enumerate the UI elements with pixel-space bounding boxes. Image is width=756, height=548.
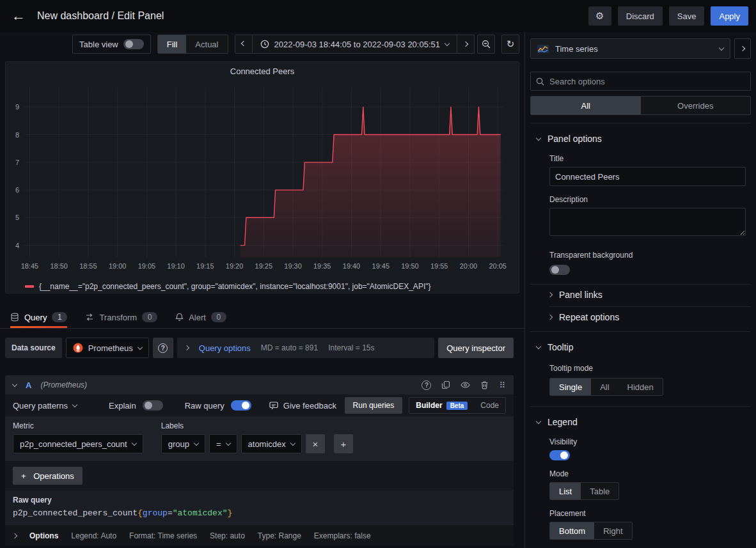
panel-options-title: Panel options [547, 134, 602, 144]
panel-title-input[interactable] [549, 167, 746, 186]
tooltip-hidden-option[interactable]: Hidden [618, 379, 663, 395]
legend-placement-bottom[interactable]: Bottom [550, 522, 594, 539]
tab-alert[interactable]: Alert 0 [175, 306, 226, 328]
refresh-button[interactable]: ↻ [501, 35, 519, 54]
svg-text:7: 7 [15, 159, 19, 166]
time-back-button[interactable] [235, 35, 253, 54]
time-range-picker[interactable]: 2022-09-03 18:44:05 to 2022-09-03 20:05:… [253, 35, 457, 54]
transparent-bg-toggle[interactable] [549, 265, 570, 275]
svg-text:4: 4 [15, 242, 19, 249]
tab-query-count: 1 [52, 312, 67, 322]
legend-swatch[interactable] [25, 285, 34, 288]
tooltip-single-option[interactable]: Single [550, 379, 591, 395]
query-a-header[interactable]: A (Prometheus) ? ⠿ [5, 375, 514, 395]
query-ref-id: A [26, 380, 31, 390]
metric-field: Metric p2p_connected_peers_count [13, 421, 143, 453]
discard-button[interactable]: Discard [618, 6, 663, 26]
tab-query[interactable]: Query 1 [10, 306, 67, 328]
apply-button[interactable]: Apply [711, 6, 748, 26]
labels-label: Labels [161, 421, 353, 430]
back-button[interactable]: ← [8, 8, 29, 24]
description-textarea[interactable] [549, 208, 746, 236]
transparent-bg-label: Transparent background [549, 251, 746, 260]
search-options-input[interactable] [549, 77, 745, 86]
help-icon[interactable]: ? [421, 380, 431, 390]
add-label-button[interactable]: + [334, 434, 353, 453]
tab-alert-count: 0 [211, 312, 226, 322]
remove-label-button[interactable]: × [306, 434, 325, 453]
options-search [530, 72, 751, 91]
raw-query-toggle[interactable] [231, 400, 251, 411]
svg-text:19:00: 19:00 [109, 262, 126, 270]
filter-overrides-option[interactable]: Overrides [641, 97, 751, 114]
svg-text:19:55: 19:55 [430, 262, 448, 270]
query-options-label[interactable]: Query options [199, 343, 251, 353]
metric-select[interactable]: p2p_connected_peers_count [13, 434, 143, 453]
chevron-down-icon [72, 402, 77, 407]
labels-field: Labels group = atomicdex [161, 421, 353, 453]
datasource-select[interactable]: Prometheus [66, 338, 149, 358]
fill-option[interactable]: Fill [158, 35, 187, 53]
query-options-row[interactable]: Options Legend: Auto Format: Time series… [5, 524, 514, 546]
chart-svg[interactable]: 45678918:4518:5018:5519:0019:0519:1019:1… [6, 81, 519, 280]
svg-text:9: 9 [15, 103, 19, 111]
label-key-select[interactable]: group [161, 434, 205, 453]
panel-settings-button[interactable]: ⚙ [588, 6, 611, 26]
legend-placement-right[interactable]: Right [594, 522, 631, 539]
duplicate-icon[interactable] [441, 380, 450, 389]
repeat-options-title: Repeat options [559, 312, 619, 322]
collapse-options-button[interactable] [734, 38, 751, 59]
datasource-help-button[interactable]: ? [153, 338, 173, 358]
tab-transform[interactable]: Transform 0 [85, 306, 157, 328]
query-patterns-label: Query patterns [13, 401, 68, 411]
page-title: New dashboard / Edit Panel [37, 10, 164, 22]
trash-icon[interactable] [480, 380, 489, 389]
chevron-right-icon [463, 42, 468, 47]
repeat-options-header[interactable]: Repeat options [530, 312, 751, 322]
query-inspector-button[interactable]: Query inspector [438, 338, 514, 358]
metric-label: Metric [13, 421, 143, 430]
zoom-out-button[interactable] [477, 35, 495, 54]
filter-all-option[interactable]: All [531, 97, 641, 114]
legend-header[interactable]: Legend [530, 417, 751, 427]
query-editor-card: A (Prometheus) ? ⠿ Query patterns [5, 375, 514, 546]
panel-wrap: Connected Peers 45678918:4518:5018:5519:… [0, 55, 524, 300]
time-forward-button[interactable] [457, 35, 475, 54]
legend-body: Visibility Mode List Table Placement Bot… [530, 437, 751, 548]
query-options-collapsible[interactable]: Query options MD = auto = 891 Interval =… [177, 338, 434, 358]
tab-transform-count: 0 [142, 312, 157, 322]
tooltip-header[interactable]: Tooltip [530, 342, 751, 352]
svg-text:19:30: 19:30 [284, 262, 301, 270]
table-view-toggle[interactable] [123, 39, 144, 49]
drag-handle-icon[interactable]: ⠿ [499, 380, 506, 390]
legend-series-label[interactable]: {__name__="p2p_connected_peers_count", g… [39, 282, 430, 291]
legend-visibility-toggle[interactable] [549, 450, 570, 460]
label-op-select[interactable]: = [209, 434, 237, 453]
tab-alert-label: Alert [189, 313, 206, 322]
svg-text:19:25: 19:25 [255, 262, 272, 270]
run-queries-button[interactable]: Run queries [345, 397, 403, 414]
label-value-select[interactable]: atomicdex [241, 434, 302, 453]
save-button[interactable]: Save [669, 6, 705, 26]
tooltip-title: Tooltip [547, 342, 573, 352]
legend-mode-table[interactable]: Table [581, 483, 618, 499]
actual-option[interactable]: Actual [186, 35, 227, 53]
legend-mode-list[interactable]: List [550, 483, 581, 499]
panel-links-header[interactable]: Panel links [530, 290, 751, 300]
visualization-select[interactable]: Time series [530, 38, 730, 59]
back-arrow-icon: ← [12, 8, 26, 24]
chevron-down-icon [225, 441, 230, 446]
panel-options-header[interactable]: Panel options [530, 134, 751, 144]
timeseries-viz-icon [537, 45, 549, 53]
query-patterns-dropdown[interactable]: Query patterns [13, 401, 77, 411]
explain-toggle[interactable] [143, 400, 163, 411]
builder-option[interactable]: Builder Beta [409, 398, 474, 413]
legend-placement-segment: Bottom Right [549, 522, 633, 540]
eye-icon[interactable] [461, 381, 470, 389]
give-feedback-link[interactable]: Give feedback [269, 401, 336, 411]
tooltip-all-option[interactable]: All [591, 379, 618, 395]
svg-text:18:50: 18:50 [50, 262, 67, 270]
add-operations-button[interactable]: + Operations [13, 467, 83, 485]
help-circle-icon: ? [158, 343, 168, 353]
code-option[interactable]: Code [474, 398, 505, 413]
